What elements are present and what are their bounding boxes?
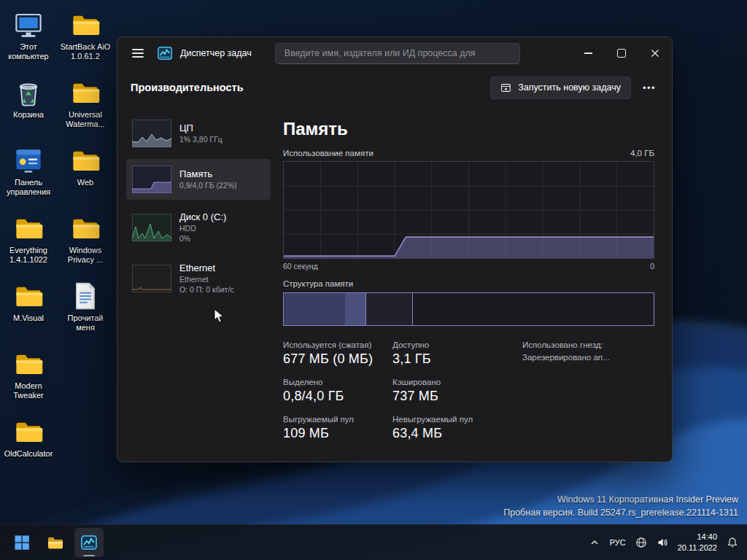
desktop-icon-web[interactable]: Web: [58, 141, 113, 209]
system-tray: РУС 14:40 20.11.2022: [589, 532, 747, 553]
recycle-bin-icon: [13, 77, 44, 108]
desktop-icon-startback[interactable]: StartBack AiO 1.0.61.2: [58, 6, 113, 74]
folder-icon: [47, 534, 64, 551]
stat-available: Доступно 3,1 ГБ: [392, 341, 522, 367]
window-controls: [571, 37, 672, 69]
search-input[interactable]: [276, 48, 519, 58]
sidebar-item-cpu[interactable]: ЦП 1% 3,80 ГГц: [126, 113, 271, 154]
disk-mini-graph: [132, 214, 171, 241]
bell-icon: [727, 537, 738, 548]
notification-center-button[interactable]: [727, 537, 738, 548]
maximize-button[interactable]: [605, 37, 638, 69]
stat-hardware-info: Использовано гнезд: Зарезервировано ап..…: [522, 341, 654, 367]
clock-time: 14:40: [678, 532, 717, 542]
taskbar-app-buttons: [0, 528, 104, 557]
windows-build-watermark: Windows 11 Корпоративная Insider Preview…: [503, 493, 738, 519]
stat-label: Зарезервировано ап...: [522, 353, 654, 362]
speaker-icon: [657, 537, 668, 548]
memory-detail-pane: Память Использование памяти 4,0 ГБ: [271, 113, 654, 441]
network-button[interactable]: [635, 537, 647, 548]
watermark-line-1: Windows 11 Корпоративная Insider Preview: [503, 493, 738, 506]
desktop-icon-label: Web: [77, 178, 93, 187]
title-bar[interactable]: Диспетчер задач: [117, 37, 672, 69]
language-indicator[interactable]: РУС: [610, 538, 626, 547]
stat-spacer: [522, 378, 654, 404]
folder-icon: [70, 77, 101, 108]
stat-label: Кэшировано: [392, 378, 522, 386]
desktop-icon-label: Windows Privacy ...: [58, 246, 113, 265]
run-new-task-button[interactable]: Запустить новую задачу: [490, 77, 631, 99]
sidebar-item-disk[interactable]: Диск 0 (C:) HDD 0%: [126, 205, 271, 251]
sidebar-item-detail2: О: 0 П: 0 кбит/с: [179, 284, 234, 295]
stat-label: Выгружаемый пул: [283, 415, 392, 424]
stat-committed: Выделено 0,8/4,0 ГБ: [283, 378, 392, 404]
sidebar-item-memory[interactable]: Память 0,9/4,0 ГБ (22%): [126, 159, 271, 200]
stat-value: 737 МБ: [392, 389, 522, 404]
hamburger-menu-button[interactable]: [125, 41, 151, 66]
scale-max-label: 4,0 ГБ: [630, 149, 654, 158]
volume-button[interactable]: [657, 537, 668, 548]
folder-icon: [13, 213, 44, 244]
composition-caption: Структура памяти: [283, 279, 654, 288]
clock-date: 20.11.2022: [678, 542, 717, 553]
run-new-task-label: Запустить новую задачу: [518, 82, 621, 93]
desktop-icon-label: Панель управления: [1, 178, 56, 197]
file-explorer-button[interactable]: [41, 528, 70, 557]
memory-composition-bar[interactable]: [283, 292, 654, 326]
time-window-label: 60 секунд: [283, 262, 318, 271]
stat-value: 63,4 МБ: [392, 426, 522, 441]
minimize-button[interactable]: [571, 37, 605, 69]
taskbar: РУС 14:40 20.11.2022: [0, 524, 747, 560]
page-header: Производительность Запустить новую задач…: [117, 69, 672, 106]
graph-axis-row: 60 секунд 0: [283, 262, 654, 271]
sidebar-item-detail: 1% 3,80 ГГц: [179, 134, 222, 144]
desktop-icon-label: M.Visual: [13, 314, 44, 323]
task-manager-icon: [80, 534, 98, 551]
stat-cached: Кэшировано 737 МБ: [392, 378, 522, 404]
windows-logo-icon: [13, 534, 31, 551]
desktop-icon-readme[interactable]: Прочитай меня: [58, 277, 113, 345]
close-button[interactable]: [638, 37, 672, 69]
desktop-icon-label: Прочитай меня: [58, 314, 113, 332]
desktop-icon-label: OldCalculator: [4, 449, 53, 459]
sidebar-item-title: Память: [179, 168, 237, 180]
task-manager-body: ЦП 1% 3,80 ГГц Память 0,9/4,0 ГБ (22%): [117, 106, 672, 441]
sidebar-item-ethernet[interactable]: Ethernet Ethernet О: 0 П: 0 кбит/с: [126, 256, 271, 302]
desktop-icon-label: Корзина: [13, 110, 44, 120]
sidebar-item-title: Ethernet: [179, 262, 234, 274]
desktop-icon-label: Этот компьютер: [1, 42, 56, 61]
desktop-icon-control-panel[interactable]: Панель управления: [1, 141, 56, 209]
task-manager-window: Диспетчер задач Производительность Запус…: [117, 36, 673, 462]
desktop-icon-this-pc[interactable]: Этот компьютер: [1, 6, 56, 74]
more-options-button[interactable]: •••: [637, 76, 662, 99]
desktop-icon-label: Universal Waterma...: [58, 110, 113, 129]
window-title: Диспетчер задач: [180, 48, 252, 58]
desktop-icons-column-2: StartBack AiO 1.0.61.2 Universal Waterma…: [58, 6, 113, 345]
desktop-icon-oldcalculator[interactable]: OldCalculator: [1, 413, 56, 481]
memory-usage-graph: [283, 161, 654, 259]
stat-in-use: Используется (сжатая) 677 МБ (0 МБ): [283, 341, 392, 367]
desktop-icon-recycle-bin[interactable]: Корзина: [1, 74, 56, 141]
composition-segment-in-use: [284, 293, 346, 325]
watermark-line-2: Пробная версия. Build 25247.rs_prereleas…: [503, 506, 738, 519]
stat-value: 677 МБ (0 МБ): [283, 351, 392, 367]
tray-overflow-button[interactable]: [589, 537, 600, 548]
desktop-icon-everything[interactable]: Everything 1.4.1.1022: [1, 209, 56, 277]
memory-mini-graph: [132, 166, 171, 193]
minimize-icon: [584, 52, 592, 54]
start-button[interactable]: [7, 528, 36, 557]
clock[interactable]: 14:40 20.11.2022: [678, 532, 717, 553]
memory-pane-title: Память: [283, 119, 654, 139]
desktop-icon-modern-tweaker[interactable]: Modern Tweaker: [1, 345, 56, 413]
search-box[interactable]: [275, 43, 520, 64]
task-manager-taskbar-button[interactable]: [74, 528, 104, 557]
desktop-icon-mvisual[interactable]: M.Visual: [1, 277, 56, 345]
maximize-icon: [617, 49, 626, 58]
desktop-icon-windows-privacy[interactable]: Windows Privacy ...: [58, 209, 113, 277]
sidebar-item-detail: Ethernet: [179, 274, 234, 284]
time-zero-label: 0: [650, 262, 654, 271]
sidebar-item-detail: 0,9/4,0 ГБ (22%): [179, 180, 237, 190]
stat-label: Выделено: [283, 378, 392, 386]
desktop-icon-universal-watermark[interactable]: Universal Waterma...: [58, 74, 113, 141]
desktop-icon-label: Everything 1.4.1.1022: [1, 246, 56, 265]
